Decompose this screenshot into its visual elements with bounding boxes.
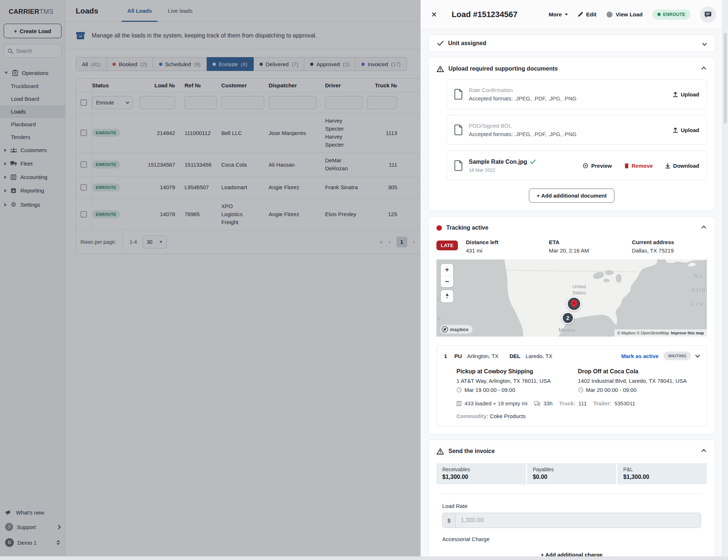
- load-detail-panel: ✕ Load #151234567 More Edit View Load: [420, 0, 723, 560]
- dropoff-title: Drop Off at Coca Cola: [578, 368, 700, 375]
- document-name: POD/Signed BOL: [469, 123, 577, 129]
- collapse-icon[interactable]: [701, 64, 707, 74]
- stop-header: 1 PU Arlington, TX DEL Laredo, TX Mark a…: [444, 352, 699, 360]
- map-ocean-label: Oce: [690, 300, 705, 307]
- file-icon: [454, 89, 463, 100]
- close-icon[interactable]: ✕: [431, 10, 437, 19]
- panel-body: Unit assigned Upload required supporting…: [421, 29, 723, 560]
- map-controls: + −: [441, 264, 453, 302]
- pu-label: PU: [454, 353, 462, 359]
- add-document-button[interactable]: + Add additional document: [529, 188, 614, 203]
- collapse-icon[interactable]: [701, 223, 707, 233]
- stop-card: 1 PU Arlington, TX DEL Laredo, TX Mark a…: [436, 345, 707, 426]
- tracking-section: Tracking active LATE Distance left 431 m…: [428, 216, 715, 434]
- truck-label: Truck:: [559, 400, 575, 406]
- upload-icon: [673, 91, 678, 97]
- commodity-row: Commodity: Coke Products: [456, 413, 699, 419]
- document-formats: Accepted formats: .JPEG, .PDF, .JPG, .PN…: [469, 131, 577, 137]
- pl-cell: P&L $1,300.00: [617, 463, 707, 484]
- del-city: Laredo, TX: [526, 353, 553, 359]
- waiting-badge: WAITING: [664, 352, 691, 360]
- late-badge: LATE: [436, 241, 458, 250]
- zoom-out-button[interactable]: −: [441, 275, 453, 287]
- preview-button[interactable]: Preview: [582, 163, 612, 169]
- eye-icon: [606, 12, 613, 17]
- documents-section: Upload required supporting documents Rat…: [428, 57, 715, 211]
- upload-label: Upload: [681, 91, 699, 98]
- scrollbar[interactable]: [722, 0, 728, 560]
- documents-title: Upload required supporting documents: [448, 65, 558, 72]
- modal-backdrop[interactable]: [0, 0, 420, 560]
- view-load-button[interactable]: View Load: [606, 11, 643, 17]
- uploaded-document-date: 16 Mar 2022: [469, 167, 536, 173]
- trailer-value: 5353011: [614, 400, 635, 406]
- preview-eye-icon: [582, 163, 589, 168]
- edit-button[interactable]: Edit: [578, 11, 596, 17]
- more-button[interactable]: More: [549, 11, 568, 17]
- zoom-in-button[interactable]: +: [441, 264, 453, 275]
- dropoff-address: 1402 Industrial Blvd, Laredo, TX 78041, …: [578, 378, 700, 384]
- document-slot: POD/Signed BOL Accepted formats: .JPEG, …: [447, 115, 707, 145]
- chevron-down-icon[interactable]: [695, 353, 700, 358]
- unit-assigned-section[interactable]: Unit assigned: [428, 35, 715, 52]
- clock-icon: [456, 387, 462, 393]
- expand-icon[interactable]: [703, 40, 706, 47]
- view-load-label: View Load: [616, 11, 643, 17]
- truck-position-marker[interactable]: [567, 297, 581, 311]
- pickup-address: 1 AT&T Way, Arlington, TX 76011, USA: [456, 378, 578, 384]
- load-rate-label: Load Rate: [442, 503, 707, 509]
- currency-prefix: $: [443, 513, 456, 528]
- status-dot: [657, 13, 661, 16]
- upload-button[interactable]: Upload: [673, 91, 699, 98]
- pencil-icon: [578, 12, 583, 17]
- tracking-header: Tracking active: [436, 223, 707, 233]
- uploaded-document: Sample Rate Con.jpg 16 Mar 2022 Preview: [447, 151, 707, 180]
- commodity-value: Coke Products: [490, 413, 526, 419]
- collapse-icon[interactable]: [701, 446, 707, 456]
- map-attribution: © Mapbox © OpenStreetMap Improve this ma…: [614, 329, 707, 337]
- remove-button[interactable]: Remove: [624, 163, 653, 169]
- download-icon: [665, 163, 670, 168]
- accessorial-label: Accessorial Charge: [442, 536, 707, 542]
- panel-actions: More Edit View Load ENROUTE: [549, 7, 716, 23]
- payables-cell: Payables $0.00: [527, 463, 617, 484]
- del-label: DEL: [510, 353, 521, 359]
- mark-as-active-link[interactable]: Mark as active: [621, 353, 659, 359]
- upload-icon: [673, 127, 678, 133]
- document-name: Rate Confirmation: [469, 87, 577, 93]
- dropoff-time: Mar 20 00:00 - 09:00: [586, 387, 637, 393]
- warning-icon: [436, 65, 444, 72]
- upload-label: Upload: [681, 127, 699, 133]
- receivables-cell: Receivables $1,300.00: [436, 463, 526, 484]
- green-check-icon: [530, 159, 536, 164]
- load-rate-input[interactable]: [456, 513, 701, 528]
- chat-icon: [704, 11, 712, 18]
- load-status-text: ENROUTE: [663, 12, 685, 17]
- load-status-badge: ENROUTE: [652, 9, 691, 20]
- duration-text: 33h: [543, 400, 553, 406]
- tracking-dot-icon: [436, 225, 442, 231]
- invoice-header: Send the invoice: [436, 446, 707, 456]
- compass-button[interactable]: [441, 290, 453, 302]
- upload-button[interactable]: Upload: [673, 127, 699, 133]
- chat-button[interactable]: [700, 7, 716, 23]
- file-icon: [454, 160, 463, 171]
- stat-current-address: Current address Dallas, TX 75219: [632, 239, 707, 254]
- tracking-map[interactable]: United States Mexico No Atla Oce c o + −: [436, 259, 707, 337]
- scrollbar-thumb[interactable]: [724, 33, 727, 124]
- route-icon: [456, 401, 462, 406]
- pu-city: Arlington, TX: [467, 353, 498, 359]
- stop-cluster-marker[interactable]: 2: [562, 312, 574, 324]
- mapbox-logo: mapbox: [440, 325, 472, 334]
- download-button[interactable]: Download: [665, 163, 699, 169]
- map-ocean-label: No: [694, 273, 704, 280]
- dropoff-details: Drop Off at Coca Cola 1402 Industrial Bl…: [578, 368, 700, 393]
- load-title: Load #151234567: [452, 10, 518, 19]
- commodity-label: Commodity:: [456, 413, 488, 419]
- stop-details: Pickup at Cowboy Shipping 1 AT&T Way, Ar…: [444, 368, 699, 393]
- stat-eta: ETA Mar 20, 2:16 AM: [549, 239, 624, 254]
- invoice-summary: Receivables $1,300.00 Payables $0.00 P&L…: [436, 463, 707, 484]
- pickup-title: Pickup at Cowboy Shipping: [456, 368, 578, 375]
- improve-map-link[interactable]: Improve this map: [671, 331, 704, 335]
- horizontal-scrollbar[interactable]: [0, 556, 728, 560]
